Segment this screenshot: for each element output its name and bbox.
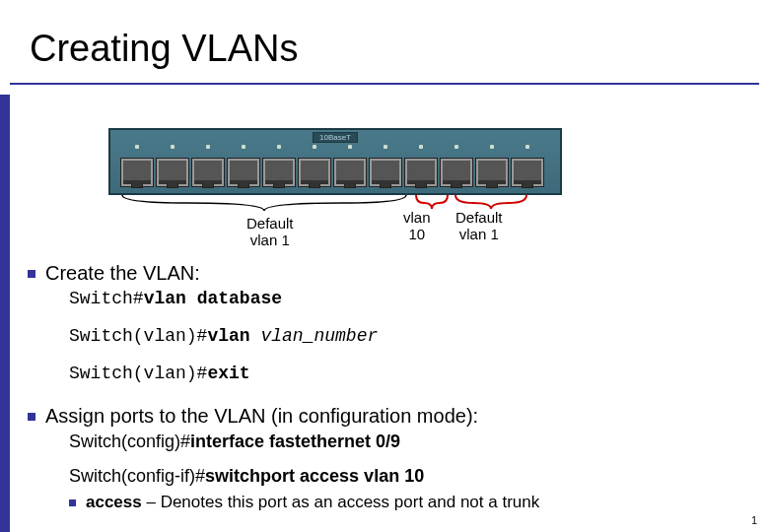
led-strip (120, 145, 550, 149)
bullet-create-vlan: Create the VLAN: (28, 262, 749, 285)
ethernet-port (404, 158, 438, 187)
sub-bullet-access: access – Denotes this port as an access … (69, 493, 749, 512)
switch-chassis: 10BaseT (108, 128, 562, 195)
ethernet-port (298, 158, 331, 187)
switch-model-label: 10BaseT (313, 132, 358, 143)
bullet-text: Create the VLAN: (45, 262, 200, 285)
page-number: 1 (751, 514, 757, 526)
label-vlan-10: vlan 10 (403, 209, 431, 243)
title-underline (10, 83, 759, 85)
ethernet-port (475, 158, 509, 187)
cmd-vlan-number: Switch(vlan)#vlan vlan_number (69, 326, 749, 346)
ethernet-port (191, 158, 225, 187)
bullet-assign-ports: Assign ports to the VLAN (in configurati… (28, 405, 749, 428)
port-strip (120, 150, 550, 187)
cmd-switchport: Switch(config-if)#switchport access vlan… (69, 466, 749, 487)
ethernet-port (156, 158, 189, 187)
sub-bullet-text: access – Denotes this port as an access … (86, 493, 539, 512)
ethernet-port (440, 158, 473, 187)
ethernet-port (369, 158, 402, 187)
cmd-interface: Switch(config)#interface fastethernet 0/… (69, 432, 749, 452)
bullet-icon (69, 499, 76, 506)
ethernet-port (227, 158, 260, 187)
slide-body: Create the VLAN: Switch#vlan database Sw… (28, 262, 749, 512)
bullet-icon (28, 270, 35, 278)
cmd-exit: Switch(vlan)#exit (69, 364, 749, 383)
ethernet-port (511, 158, 544, 187)
slide-accent-bar (0, 95, 10, 532)
slide-title: Creating VLANs (30, 28, 298, 70)
label-default-vlan-1-right: Default vlan 1 (455, 209, 503, 243)
switch-diagram: 10BaseT (108, 128, 562, 195)
bullet-icon (28, 413, 35, 421)
label-default-vlan-1: Default vlan 1 (246, 215, 294, 249)
ethernet-port (333, 158, 367, 187)
ethernet-port (120, 158, 154, 187)
cmd-vlan-database: Switch#vlan database (69, 289, 749, 308)
bullet-text: Assign ports to the VLAN (in configurati… (45, 405, 478, 428)
ethernet-port (262, 158, 296, 187)
